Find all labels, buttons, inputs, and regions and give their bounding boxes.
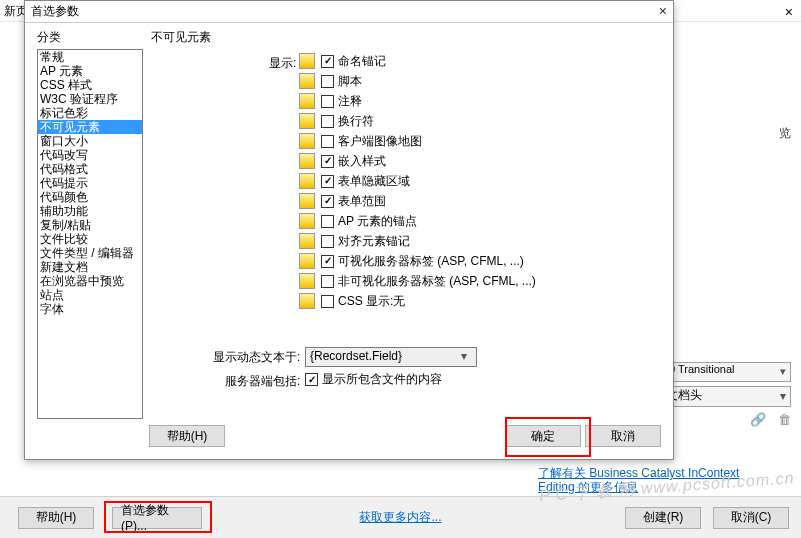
category-item[interactable]: 代码格式 [38,162,142,176]
preferences-button[interactable]: 首选参数(P)... [112,507,202,529]
option-checkbox[interactable] [321,295,334,308]
close-icon[interactable]: × [785,4,793,20]
option-checkbox[interactable] [321,255,334,268]
options-list: 命名锚记脚本注释换行符客户端图像地图嵌入样式表单隐藏区域表单范围AP 元素的锚点… [299,51,536,311]
option-checkbox[interactable] [321,215,334,228]
option-icon [299,293,315,309]
option-icon [299,113,315,129]
category-item[interactable]: 字体 [38,302,142,316]
option-checkbox[interactable] [321,235,334,248]
cancel-button[interactable]: 取消(C) [713,507,789,529]
option-row: 客户端图像地图 [299,131,536,151]
category-item[interactable]: 常规 [38,50,142,64]
category-item[interactable]: 代码改写 [38,148,142,162]
category-item[interactable]: 代码提示 [38,176,142,190]
option-icon [299,233,315,249]
option-checkbox[interactable] [321,175,334,188]
option-label: CSS 显示:无 [338,293,405,310]
option-checkbox[interactable] [321,135,334,148]
option-row: 脚本 [299,71,536,91]
option-label: 对齐元素锚记 [338,233,410,250]
server-include-label: 服务器端包括: [225,373,300,390]
category-list[interactable]: 常规AP 元素CSS 样式W3C 验证程序标记色彩不可见元素窗口大小代码改写代码… [37,49,143,419]
option-label: 嵌入样式 [338,153,386,170]
bg-icons: 🔗 🗑 [750,412,791,427]
category-item[interactable]: 站点 [38,288,142,302]
dynamic-text-select[interactable]: {Recordset.Field} [305,347,477,367]
option-row: AP 元素的锚点 [299,211,536,231]
option-row: 嵌入样式 [299,151,536,171]
option-label: 脚本 [338,73,362,90]
doctype-select[interactable]: .0 Transitional [661,362,791,382]
option-icon [299,93,315,109]
category-item[interactable]: 新建文档 [38,260,142,274]
category-item[interactable]: 代码颜色 [38,190,142,204]
option-checkbox[interactable] [321,275,334,288]
content-area: 显示: 命名锚记脚本注释换行符客户端图像地图嵌入样式表单隐藏区域表单范围AP 元… [151,49,667,419]
create-button[interactable]: 创建(R) [625,507,701,529]
option-icon [299,73,315,89]
option-label: 可视化服务器标签 (ASP, CFML, ...) [338,253,524,270]
preferences-dialog: 首选参数 × 分类 不可见元素 常规AP 元素CSS 样式W3C 验证程序标记色… [24,0,674,460]
server-include-checkbox[interactable] [305,373,318,386]
option-row: CSS 显示:无 [299,291,536,311]
option-label: 非可视化服务器标签 (ASP, CFML, ...) [338,273,536,290]
category-item[interactable]: 复制/粘贴 [38,218,142,232]
doc-head-select[interactable]: 文档头 [661,386,791,407]
option-label: 命名锚记 [338,53,386,70]
option-icon [299,133,315,149]
option-label: 表单范围 [338,193,386,210]
option-icon [299,213,315,229]
server-include-text: 显示所包含文件的内容 [322,371,442,388]
ok-button[interactable]: 确定 [505,425,581,447]
trash-icon[interactable]: 🗑 [778,412,791,427]
link-icon[interactable]: 🔗 [750,412,766,427]
category-item[interactable]: 在浏览器中预览 [38,274,142,288]
dialog-footer: 帮助(H) 确定 取消 [25,425,673,451]
option-checkbox[interactable] [321,155,334,168]
bottom-bar: 帮助(H) 首选参数(P)... 获取更多内容... 创建(R) 取消(C) [0,496,801,538]
learn-more-link[interactable]: 了解有关 Business Catalyst InContext Editing… [538,466,739,494]
option-row: 对齐元素锚记 [299,231,536,251]
dialog-title: 首选参数 [31,3,79,20]
dialog-body: 分类 不可见元素 常规AP 元素CSS 样式W3C 验证程序标记色彩不可见元素窗… [31,25,667,419]
cancel-button[interactable]: 取消 [585,425,661,447]
option-row: 命名锚记 [299,51,536,71]
option-row: 非可视化服务器标签 (ASP, CFML, ...) [299,271,536,291]
option-checkbox[interactable] [321,115,334,128]
option-icon [299,153,315,169]
option-icon [299,53,315,69]
option-label: 表单隐藏区域 [338,173,410,190]
close-icon[interactable]: × [659,3,667,19]
bg-right-label: 览 [779,125,791,142]
option-row: 表单范围 [299,191,536,211]
category-item[interactable]: 文件类型 / 编辑器 [38,246,142,260]
option-icon [299,253,315,269]
page-title: 不可见元素 [151,29,211,46]
dynamic-text-label: 显示动态文本于: [213,349,300,366]
category-item[interactable]: AP 元素 [38,64,142,78]
help-button[interactable]: 帮助(H) [149,425,225,447]
option-row: 换行符 [299,111,536,131]
option-checkbox[interactable] [321,195,334,208]
option-row: 可视化服务器标签 (ASP, CFML, ...) [299,251,536,271]
option-label: 客户端图像地图 [338,133,422,150]
get-more-link[interactable]: 获取更多内容... [359,509,441,526]
category-item[interactable]: 窗口大小 [38,134,142,148]
option-icon [299,273,315,289]
option-checkbox[interactable] [321,95,334,108]
option-icon [299,173,315,189]
show-label: 显示: [269,55,296,72]
category-item[interactable]: 不可见元素 [38,120,142,134]
help-button[interactable]: 帮助(H) [18,507,94,529]
option-label: 换行符 [338,113,374,130]
category-item[interactable]: W3C 验证程序 [38,92,142,106]
option-label: 注释 [338,93,362,110]
option-row: 表单隐藏区域 [299,171,536,191]
category-item[interactable]: CSS 样式 [38,78,142,92]
category-item[interactable]: 文件比较 [38,232,142,246]
category-item[interactable]: 标记色彩 [38,106,142,120]
option-checkbox[interactable] [321,75,334,88]
category-item[interactable]: 辅助功能 [38,204,142,218]
option-checkbox[interactable] [321,55,334,68]
